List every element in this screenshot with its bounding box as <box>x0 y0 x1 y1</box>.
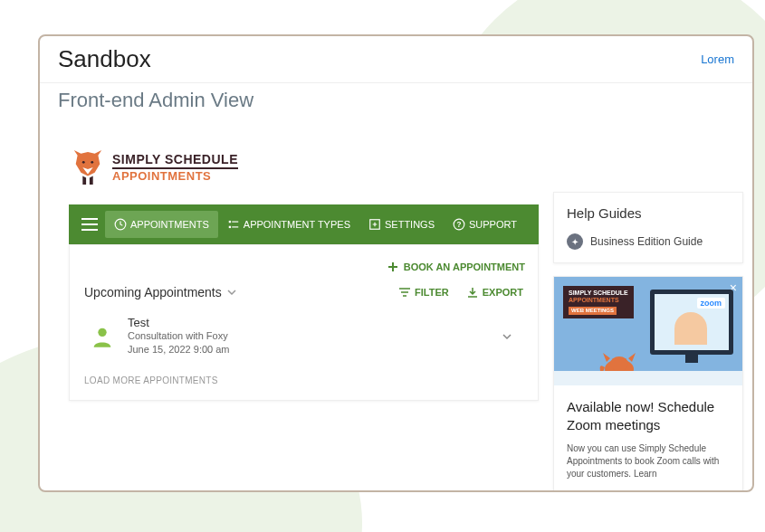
svg-rect-4 <box>81 229 98 231</box>
primary-nav: APPOINTMENTS APPOINTMENT TYPES SETTINGS … <box>69 204 539 244</box>
appointment-name: Test <box>128 316 483 329</box>
load-more-button[interactable]: LOAD MORE APPOINTMENTS <box>82 363 525 387</box>
clock-icon <box>114 218 127 231</box>
monitor-graphic: zoom <box>650 290 733 355</box>
svg-rect-6 <box>229 221 231 223</box>
nav-settings[interactable]: SETTINGS <box>359 211 444 238</box>
nav-label: APPOINTMENTS <box>130 219 209 230</box>
download-icon <box>467 287 478 298</box>
app-window: Sandbox Lorem Front-end Admin View SIMPL… <box>38 34 754 492</box>
promo-title: Available now! Schedule Zoom meetings <box>567 398 730 433</box>
book-appointment-button[interactable]: BOOK AN APPOINTMENT <box>387 261 525 272</box>
subtitle: Front-end Admin View <box>40 83 752 125</box>
logo-text-line1: SIMPLY SCHEDULE <box>112 152 238 166</box>
svg-point-15 <box>610 356 628 371</box>
guide-icon: ✦ <box>567 233 583 250</box>
section-title: Upcoming Appointments <box>84 285 236 299</box>
desk-graphic <box>554 371 742 385</box>
appointment-datetime: June 15, 2022 9:00 am <box>128 343 483 356</box>
svg-point-0 <box>82 161 85 164</box>
svg-rect-2 <box>81 218 98 220</box>
nav-label: SUPPORT <box>469 219 517 230</box>
svg-rect-9 <box>232 226 238 227</box>
help-guides-title: Help Guides <box>567 205 730 221</box>
help-guides-card: Help Guides ✦ Business Edition Guide <box>553 192 743 263</box>
appointment-type: Consultation with Foxy <box>128 329 483 343</box>
menu-button[interactable] <box>74 209 105 240</box>
list-icon <box>227 218 240 231</box>
guide-link-label: Business Edition Guide <box>590 235 703 248</box>
svg-rect-3 <box>81 223 98 225</box>
hamburger-icon <box>81 218 98 231</box>
logo-text-line2: APPOINTMENTS <box>112 169 238 183</box>
promo-image: × SIMPLY SCHEDULE APPOINTMENTS WEB MEETI… <box>554 277 742 385</box>
filter-icon <box>399 288 410 297</box>
filter-label: FILTER <box>415 287 449 298</box>
svg-point-13 <box>98 328 106 337</box>
help-icon: ? <box>453 218 465 231</box>
promo-card: × SIMPLY SCHEDULE APPOINTMENTS WEB MEETI… <box>553 276 743 492</box>
svg-rect-7 <box>232 222 238 223</box>
page-title: Sandbox <box>58 45 151 73</box>
plus-box-icon <box>368 218 381 231</box>
plus-icon <box>387 261 398 272</box>
nav-appointments[interactable]: APPOINTMENTS <box>105 211 218 238</box>
svg-rect-8 <box>229 226 231 228</box>
nav-appointment-types[interactable]: APPOINTMENT TYPES <box>218 211 359 238</box>
person-icon <box>90 324 115 349</box>
dropdown-icon[interactable] <box>227 290 236 295</box>
svg-point-1 <box>91 161 93 164</box>
svg-text:?: ? <box>457 221 462 229</box>
nav-label: SETTINGS <box>385 219 435 230</box>
appointment-row[interactable]: Test Consultation with Foxy June 15, 202… <box>82 299 525 363</box>
book-label: BOOK AN APPOINTMENT <box>404 261 525 272</box>
appointments-panel: BOOK AN APPOINTMENT Upcoming Appointment… <box>69 244 539 401</box>
expand-button[interactable] <box>496 328 518 346</box>
topbar: Sandbox Lorem <box>40 36 752 83</box>
fox-icon <box>71 148 105 186</box>
guide-link[interactable]: ✦ Business Edition Guide <box>567 233 730 250</box>
export-label: EXPORT <box>483 287 523 298</box>
promo-banner: SIMPLY SCHEDULE APPOINTMENTS WEB MEETING… <box>563 286 634 318</box>
chevron-down-icon <box>502 333 512 340</box>
zoom-logo: zoom <box>697 298 726 309</box>
person-graphic <box>674 312 707 345</box>
nav-support[interactable]: ? SUPPORT <box>444 211 526 238</box>
promo-body: Now you can use Simply Schedule Appointm… <box>567 442 730 480</box>
filter-button[interactable]: FILTER <box>399 287 449 298</box>
brand-logo: SIMPLY SCHEDULE APPOINTMENTS <box>69 125 539 204</box>
topbar-link[interactable]: Lorem <box>701 52 734 66</box>
nav-label: APPOINTMENT TYPES <box>244 219 350 230</box>
export-button[interactable]: EXPORT <box>467 287 523 298</box>
